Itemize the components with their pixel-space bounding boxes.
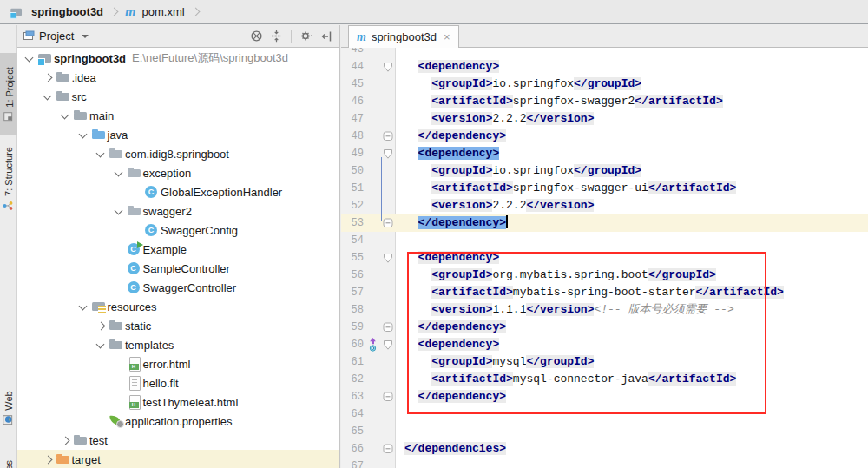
tree-item-java[interactable]: java [17, 125, 339, 144]
code-segment-sp [404, 164, 431, 177]
fold-marker-end[interactable] [379, 214, 397, 232]
class-icon [127, 280, 143, 294]
chevron-down-icon[interactable] [76, 300, 91, 313]
fold-marker-end[interactable] [379, 440, 397, 458]
chevron-down-icon[interactable] [41, 89, 56, 103]
fold-marker-end[interactable] [379, 319, 397, 336]
gutter-spacer [365, 423, 379, 440]
sidebar-tab-web[interactable]: Web [0, 386, 17, 429]
fold-marker-open[interactable] [379, 145, 397, 162]
class-run-icon [127, 242, 143, 256]
tree-item--idea[interactable]: .idea [17, 68, 339, 87]
code-segment-tag: <version> [431, 199, 492, 212]
tree-item-test[interactable]: test [17, 431, 339, 450]
chevron-right-icon[interactable] [58, 433, 73, 447]
line-number: 64 [341, 405, 365, 423]
chevron-down-icon[interactable] [23, 51, 37, 65]
tree-item-label: SwaggerConfig [161, 224, 238, 237]
tree-item-exception[interactable]: exception [17, 163, 339, 182]
code-text: <artifactId>springfox-swagger2</artifact… [397, 93, 868, 110]
class-icon [127, 261, 143, 275]
tree-item-src[interactable]: src [17, 87, 339, 106]
tree-item-samplecontroller[interactable]: SampleController [17, 259, 339, 278]
code-text: <version>2.2.2</version> [397, 110, 868, 128]
tree-item-com-idig8-springboot[interactable]: com.idig8.springboot [17, 144, 339, 163]
tree-item-static[interactable]: static [17, 316, 339, 335]
chevron-down-icon[interactable] [112, 166, 127, 180]
code-text [397, 232, 868, 249]
tree-item-swaggerconfig[interactable]: SwaggerConfig [17, 221, 339, 240]
tree-item-hello-flt[interactable]: hello.flt [17, 373, 339, 392]
tree-item-target[interactable]: target [17, 450, 339, 468]
code-editor[interactable]: 4344 <dependency>45 <groupId>io.springfo… [341, 48, 868, 468]
chevron-right-icon[interactable] [41, 452, 56, 466]
gutter-spacer [365, 197, 379, 214]
code-segment-sp [404, 77, 431, 90]
gutter-spacer [365, 353, 379, 371]
class-icon [144, 185, 161, 199]
breadcrumb-chevron-icon [191, 8, 200, 16]
tree-item-springboot3d[interactable]: springboot3dE:\netFuture\源码\springboot3d [17, 49, 339, 68]
settings-button[interactable] [299, 29, 314, 44]
line-number: 58 [341, 301, 365, 319]
tree-item-label: target [72, 453, 101, 466]
tree-item-application-properties[interactable]: application.properties [17, 412, 339, 431]
tree-item-globalexceptionhandler[interactable]: GlobalExceptionHandler [17, 182, 339, 201]
chevron-right-icon[interactable] [94, 319, 108, 333]
fold-marker-open[interactable] [379, 58, 397, 76]
chevron-down-icon[interactable] [76, 128, 91, 142]
chevron-spacer [112, 357, 127, 371]
tree-item-templates[interactable]: templates [17, 335, 339, 354]
code-line-47: 47 <version>2.2.2</version> [341, 110, 868, 128]
chevron-down-icon[interactable] [94, 338, 108, 352]
locate-button[interactable] [248, 29, 264, 44]
chevron-spacer [129, 185, 144, 199]
tree-item-swagger2[interactable]: swagger2 [17, 201, 339, 221]
tree-item-main[interactable]: main [17, 106, 339, 125]
sidebar-tab-1-project[interactable]: 1: Project [0, 53, 17, 135]
editor-tab-label: springboot3d [372, 30, 437, 43]
package-icon [127, 166, 143, 180]
code-line-53: 53 </dependency> [341, 214, 868, 232]
folder-icon [108, 338, 125, 352]
sidebar-tab-favorites[interactable]: Favorites [0, 449, 17, 468]
code-segment-tag: </dependency> [418, 129, 506, 142]
chevron-down-icon[interactable] [112, 204, 127, 218]
chevron-down-icon[interactable] [94, 147, 108, 161]
tree-item-testthymeleaf-html[interactable]: testThymeleaf.html [17, 392, 339, 412]
fold-marker-end[interactable] [379, 388, 397, 405]
sidebar-tab-7-structure[interactable]: 7: Structure [0, 133, 17, 226]
folder-icon [73, 433, 89, 447]
line-number: 47 [341, 110, 365, 128]
chevron-down-icon[interactable] [82, 35, 89, 38]
code-text: </dependencies> [397, 440, 868, 458]
fold-marker-end[interactable] [379, 128, 397, 145]
fold-marker-open[interactable] [379, 336, 397, 353]
tree-item-resources[interactable]: resources [17, 297, 339, 316]
gutter-spacer [365, 180, 379, 197]
line-number: 46 [341, 93, 365, 110]
tree-item-swaggercontroller[interactable]: SwaggerController [17, 278, 339, 297]
breadcrumb-file[interactable]: pom.xml [142, 5, 185, 18]
line-number: 57 [341, 284, 365, 301]
panel-title[interactable]: Project [39, 30, 74, 43]
code-segment-tag: </groupId> [574, 77, 641, 90]
folder-icon [56, 89, 72, 103]
gutter-navigate-icon[interactable] [365, 336, 379, 353]
code-line-44: 44 <dependency> [341, 58, 868, 76]
chevron-down-icon[interactable] [58, 109, 73, 122]
annotation-rectangle [407, 252, 766, 414]
editor-tab[interactable]: m springboot3d × [348, 25, 459, 48]
fold-marker-open[interactable] [379, 249, 397, 267]
collapse-all-button[interactable] [268, 29, 284, 44]
project-tree: springboot3dE:\netFuture\源码\springboot3d… [17, 49, 339, 468]
tree-item-label: com.idig8.springboot [125, 148, 229, 161]
chevron-right-icon[interactable] [41, 70, 56, 84]
code-segment-sp [404, 60, 418, 73]
hide-panel-button[interactable] [319, 29, 334, 44]
sidebar-tab-label: 7: Structure [3, 147, 14, 196]
breadcrumb-project[interactable]: springboot3d [31, 5, 103, 18]
tree-item-example[interactable]: Example [17, 240, 339, 259]
tree-item-error-html[interactable]: error.html [17, 354, 339, 373]
close-icon[interactable]: × [444, 30, 450, 43]
